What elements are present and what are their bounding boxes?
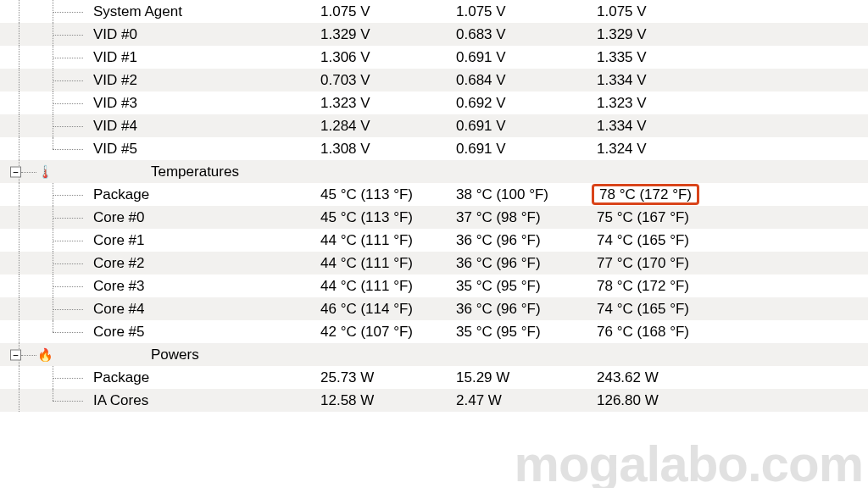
value-current: 25.73 W (320, 369, 456, 386)
sensor-label: VID #1 (93, 49, 320, 66)
value-min: 35 °C (95 °F) (456, 324, 592, 341)
section-header[interactable]: −🔥Powers (0, 343, 868, 366)
value-max: 126.80 W (597, 392, 659, 408)
value-current: 1.284 V (320, 118, 456, 135)
sensor-label: Core #3 (93, 278, 320, 295)
value-current: 1.308 V (320, 141, 456, 158)
value-max: 1.334 V (597, 118, 647, 134)
value-min: 36 °C (96 °F) (456, 301, 592, 318)
value-min: 1.075 V (456, 3, 592, 20)
value-min: 38 °C (100 °F) (456, 186, 592, 203)
thermometer-icon: 🌡️ (37, 164, 53, 180)
sensor-row[interactable]: Core #144 °C (111 °F)36 °C (96 °F)74 °C … (0, 229, 868, 252)
value-max: 75 °C (167 °F) (597, 209, 689, 225)
expander[interactable]: − (10, 349, 21, 360)
value-current: 1.323 V (320, 95, 456, 112)
sensor-label: Package (93, 186, 320, 203)
sensor-tree[interactable]: System Agent1.075 V1.075 V1.075 VVID #01… (0, 0, 868, 412)
value-max: 1.329 V (597, 26, 647, 42)
value-max: 74 °C (165 °F) (597, 232, 689, 248)
section-label: Temperatures (93, 164, 239, 180)
value-max: 78 °C (172 °F) (597, 278, 689, 294)
value-min: 0.684 V (456, 72, 592, 89)
watermark: mogalabo.com (515, 435, 863, 488)
sensor-row[interactable]: VID #31.323 V0.692 V1.323 V (0, 92, 868, 114)
sensor-label: VID #3 (93, 95, 320, 112)
sensor-label: VID #0 (93, 26, 320, 43)
value-min: 36 °C (96 °F) (456, 255, 592, 272)
value-current: 12.58 W (320, 392, 456, 409)
value-current: 1.329 V (320, 26, 456, 43)
sensor-row[interactable]: Package45 °C (113 °F)38 °C (100 °F)78 °C… (0, 183, 868, 206)
value-current: 44 °C (111 °F) (320, 278, 456, 295)
sensor-label: VID #4 (93, 118, 320, 135)
value-max: 74 °C (165 °F) (597, 301, 689, 317)
value-max-highlighted: 78 °C (172 °F) (592, 184, 699, 205)
value-min: 37 °C (98 °F) (456, 209, 592, 226)
sensor-row[interactable]: VID #51.308 V0.691 V1.324 V (0, 137, 868, 160)
sensor-row[interactable]: Package25.73 W15.29 W243.62 W (0, 366, 868, 389)
value-min: 2.47 W (456, 392, 592, 409)
value-min: 0.683 V (456, 26, 592, 43)
value-max: 1.323 V (597, 95, 647, 111)
sensor-row[interactable]: Core #045 °C (113 °F)37 °C (98 °F)75 °C … (0, 206, 868, 229)
sensor-label: VID #5 (93, 141, 320, 158)
sensor-label: Package (93, 369, 320, 386)
value-max: 1.324 V (597, 141, 647, 157)
value-current: 46 °C (114 °F) (320, 301, 456, 318)
value-min: 35 °C (95 °F) (456, 278, 592, 295)
sensor-row[interactable]: Core #446 °C (114 °F)36 °C (96 °F)74 °C … (0, 297, 868, 320)
value-max: 243.62 W (597, 369, 659, 385)
section-label: Powers (93, 347, 199, 363)
sensor-row[interactable]: System Agent1.075 V1.075 V1.075 V (0, 0, 868, 23)
sensor-row[interactable]: VID #20.703 V0.684 V1.334 V (0, 69, 868, 92)
value-min: 0.691 V (456, 49, 592, 66)
sensor-label: IA Cores (93, 392, 320, 409)
sensor-row[interactable]: Core #542 °C (107 °F)35 °C (95 °F)76 °C … (0, 320, 868, 343)
value-max: 77 °C (170 °F) (597, 255, 689, 271)
value-min: 36 °C (96 °F) (456, 232, 592, 249)
value-min: 15.29 W (456, 369, 592, 386)
sensor-row[interactable]: VID #41.284 V0.691 V1.334 V (0, 114, 868, 137)
sensor-label: Core #1 (93, 232, 320, 249)
value-max: 1.075 V (597, 3, 647, 19)
value-min: 0.692 V (456, 95, 592, 112)
sensor-label: Core #2 (93, 255, 320, 272)
section-header[interactable]: −🌡️Temperatures (0, 160, 868, 183)
value-current: 0.703 V (320, 72, 456, 89)
sensor-row[interactable]: Core #344 °C (111 °F)35 °C (95 °F)78 °C … (0, 274, 868, 297)
value-min: 0.691 V (456, 141, 592, 158)
value-current: 45 °C (113 °F) (320, 186, 456, 203)
value-max: 1.334 V (597, 72, 647, 88)
sensor-label: Core #0 (93, 209, 320, 226)
sensor-row[interactable]: VID #11.306 V0.691 V1.335 V (0, 46, 868, 69)
value-current: 44 °C (111 °F) (320, 232, 456, 249)
value-max: 1.335 V (597, 49, 647, 65)
sensor-label: Core #4 (93, 301, 320, 318)
sensor-row[interactable]: IA Cores12.58 W2.47 W126.80 W (0, 389, 868, 412)
value-current: 1.306 V (320, 49, 456, 66)
value-current: 1.075 V (320, 3, 456, 20)
sensor-label: VID #2 (93, 72, 320, 89)
fire-icon: 🔥 (37, 347, 53, 363)
value-min: 0.691 V (456, 118, 592, 135)
sensor-label: Core #5 (93, 324, 320, 341)
value-current: 42 °C (107 °F) (320, 324, 456, 341)
sensor-row[interactable]: VID #01.329 V0.683 V1.329 V (0, 23, 868, 46)
value-current: 45 °C (113 °F) (320, 209, 456, 226)
value-max: 76 °C (168 °F) (597, 324, 689, 340)
sensor-label: System Agent (93, 3, 320, 20)
sensor-row[interactable]: Core #244 °C (111 °F)36 °C (96 °F)77 °C … (0, 252, 868, 274)
value-current: 44 °C (111 °F) (320, 255, 456, 272)
expander[interactable]: − (10, 166, 21, 177)
